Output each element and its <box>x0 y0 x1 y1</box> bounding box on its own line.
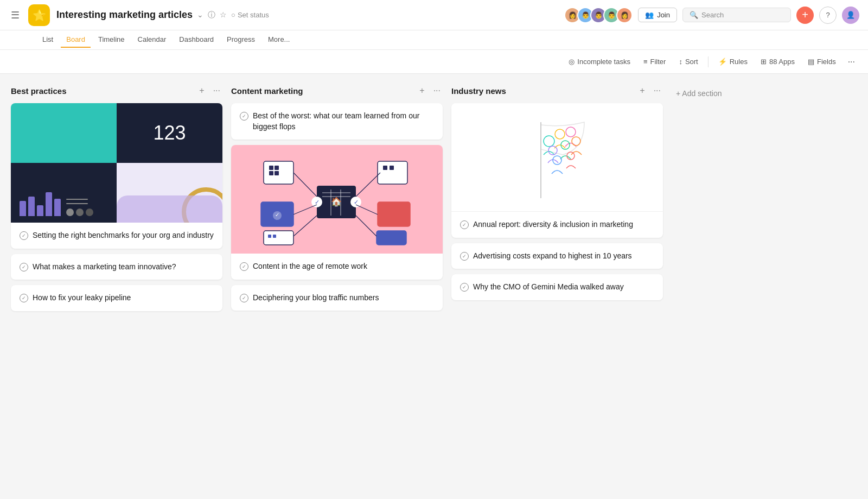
card-cm-1[interactable]: ✓ Best of the worst: what our team learn… <box>231 103 443 140</box>
svg-point-33 <box>544 136 554 147</box>
card-check-bp-3: ✓ How to fix your leaky pipeline <box>20 293 214 304</box>
card-bp-1[interactable]: 123 <box>11 103 222 249</box>
svg-line-30 <box>293 216 317 236</box>
check-icon-cm-2: ✓ <box>240 262 248 271</box>
column-actions-best-practices: + ··· <box>197 85 222 97</box>
check-icon-bp-2: ✓ <box>20 263 28 271</box>
column-menu-icon[interactable]: ··· <box>211 85 222 97</box>
help-button[interactable]: ? <box>819 7 837 24</box>
svg-rect-11 <box>378 202 410 226</box>
card-title-bp-3: How to fix your leaky pipeline <box>33 293 131 304</box>
tab-board[interactable]: Board <box>61 32 91 48</box>
card-body-bp-3: ✓ How to fix your leaky pipeline <box>11 285 222 311</box>
card-in-3[interactable]: ✓ Why the CMO of Gemini Media walked awa… <box>451 274 663 300</box>
tab-list[interactable]: List <box>37 32 59 48</box>
card-image-remote: ✓ 🏠 <box>231 145 443 254</box>
card-in-2[interactable]: ✓ Advertising costs expand to highest in… <box>451 243 663 269</box>
svg-rect-12 <box>264 231 293 245</box>
card-bp-2[interactable]: ✓ What makes a marketing team innovative… <box>11 254 222 280</box>
chevron-down-icon[interactable]: ⌄ <box>197 10 203 20</box>
set-status-button[interactable]: ○ Set status <box>231 11 269 19</box>
check-icon-in-1: ✓ <box>460 220 469 229</box>
card-body-in-3: ✓ Why the CMO of Gemini Media walked awa… <box>451 274 663 300</box>
svg-point-35 <box>566 127 576 137</box>
tab-timeline[interactable]: Timeline <box>93 32 130 48</box>
rules-button[interactable]: ⚡ Rules <box>713 55 753 68</box>
tab-progress[interactable]: Progress <box>221 32 260 48</box>
fields-button[interactable]: ▤ Fields <box>802 55 841 68</box>
card-body-cm-3: ✓ Deciphering your blog traffic numbers <box>231 285 443 311</box>
card-body-in-1: ✓ Annual report: diversity & inclusion i… <box>451 212 663 238</box>
filter-button[interactable]: ≡ Filter <box>638 55 671 68</box>
incomplete-tasks-button[interactable]: ◎ Incomplete tasks <box>563 55 636 68</box>
card-image-diversity <box>451 103 663 212</box>
card-title-bp-2: What makes a marketing team innovative? <box>33 262 176 273</box>
join-button[interactable]: 👥 Join <box>638 8 677 22</box>
add-card-in-icon[interactable]: + <box>637 85 647 97</box>
card-title-in-1: Annual report: diversity & inclusion in … <box>473 219 633 230</box>
card-body-in-2: ✓ Advertising costs expand to highest in… <box>451 243 663 269</box>
toolbar-more-button[interactable]: ··· <box>844 55 859 69</box>
column-menu-cm-icon[interactable]: ··· <box>431 85 443 97</box>
rules-icon: ⚡ <box>718 58 727 66</box>
avatars-group: 👩 👨 👨 👨 👩 <box>564 7 633 23</box>
svg-rect-3 <box>269 171 273 175</box>
filter-icon: ≡ <box>643 58 648 66</box>
tab-dashboard[interactable]: Dashboard <box>174 32 219 48</box>
card-image-best-practices: 123 <box>11 103 222 223</box>
circle-icon: ○ <box>231 11 235 19</box>
sort-button[interactable]: ↕ Sort <box>673 55 703 68</box>
project-title: Interesting marketing articles <box>56 9 193 21</box>
bp-bars-cell <box>11 163 117 223</box>
tab-calendar[interactable]: Calendar <box>132 32 172 48</box>
check-icon-bp-1: ✓ <box>20 231 28 240</box>
card-check-cm-3: ✓ Deciphering your blog traffic numbers <box>240 293 434 304</box>
card-bp-3[interactable]: ✓ How to fix your leaky pipeline <box>11 285 222 311</box>
card-title-in-3: Why the CMO of Gemini Media walked away <box>473 282 624 293</box>
bp-bar-1 <box>20 201 26 216</box>
hamburger-icon[interactable]: ☰ <box>9 7 22 23</box>
tab-more[interactable]: More... <box>263 32 295 48</box>
column-actions-content-marketing: + ··· <box>417 85 443 97</box>
avatar-5: 👩 <box>616 7 633 23</box>
fields-icon: ▤ <box>808 58 814 66</box>
column-best-practices: Best practices + ··· 123 <box>11 85 222 317</box>
card-title-cm-1: Best of the worst: what our team learned… <box>253 111 434 132</box>
check-icon-bp-3: ✓ <box>20 294 28 302</box>
add-section-button[interactable]: + Add section <box>672 86 726 101</box>
card-in-1[interactable]: ✓ Annual report: diversity & inclusion i… <box>451 103 663 238</box>
search-bar[interactable]: 🔍 Search <box>682 8 791 22</box>
column-menu-in-icon[interactable]: ··· <box>652 85 663 97</box>
svg-rect-1 <box>269 166 273 170</box>
svg-rect-6 <box>383 166 387 170</box>
card-cm-3[interactable]: ✓ Deciphering your blog traffic numbers <box>231 285 443 311</box>
star-icon[interactable]: ☆ <box>220 10 227 20</box>
check-circle-icon: ◎ <box>569 58 575 66</box>
svg-line-29 <box>356 205 378 214</box>
card-title-bp-1: Setting the right benchmarks for your or… <box>33 230 214 241</box>
bp-bar-3 <box>37 205 43 216</box>
app-icon: ⭐ <box>28 4 50 26</box>
svg-text:✓: ✓ <box>275 212 279 218</box>
card-check-in-2: ✓ Advertising costs expand to highest in… <box>460 251 654 262</box>
svg-rect-14 <box>273 235 276 238</box>
card-cm-2[interactable]: ✓ 🏠 <box>231 145 443 280</box>
add-card-cm-icon[interactable]: + <box>417 85 426 97</box>
svg-rect-5 <box>378 161 407 184</box>
add-card-icon[interactable]: + <box>197 85 206 97</box>
user-avatar[interactable]: 👤 <box>842 7 859 24</box>
card-check-cm-2: ✓ Content in the age of remote work <box>240 261 434 272</box>
svg-text:✓: ✓ <box>315 199 320 205</box>
people-icon: 👥 <box>645 11 654 19</box>
info-icon[interactable]: ⓘ <box>208 10 215 20</box>
svg-line-27 <box>356 173 380 197</box>
apps-button[interactable]: ⊞ 88 Apps <box>755 55 800 68</box>
bp-bar-5 <box>54 199 61 216</box>
bp-eq-lines <box>66 199 93 216</box>
bp-number: 123 <box>153 122 186 144</box>
svg-rect-7 <box>390 166 394 170</box>
add-button[interactable]: + <box>796 7 814 24</box>
column-title-best-practices: Best practices <box>11 86 197 96</box>
search-icon: 🔍 <box>690 11 698 19</box>
card-title-cm-3: Deciphering your blog traffic numbers <box>253 293 379 304</box>
